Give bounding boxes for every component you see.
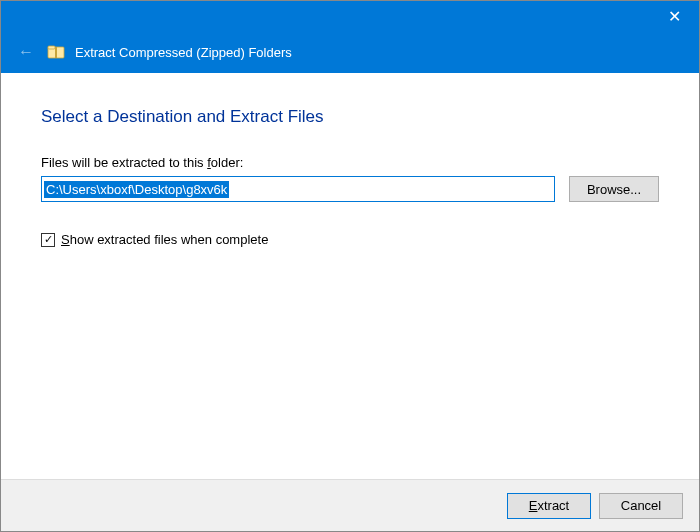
check-icon: ✓ <box>44 234 53 245</box>
cancel-button[interactable]: Cancel <box>599 493 683 519</box>
destination-path-input[interactable]: C:\Users\xboxf\Desktop\g8xv6k <box>41 176 555 202</box>
navbar: ← Extract Compressed (Zipped) Folders <box>1 31 699 73</box>
svg-rect-2 <box>55 47 57 58</box>
extract-wizard-window: ✕ ← Extract Compressed (Zipped) Folders … <box>0 0 700 532</box>
extract-button[interactable]: Extract <box>507 493 591 519</box>
titlebar: ✕ <box>1 1 699 31</box>
browse-button[interactable]: Browse... <box>569 176 659 202</box>
page-heading: Select a Destination and Extract Files <box>41 107 659 127</box>
show-files-checkbox[interactable]: ✓ <box>41 233 55 247</box>
close-button[interactable]: ✕ <box>653 2 695 30</box>
path-selection: C:\Users\xboxf\Desktop\g8xv6k <box>44 181 229 198</box>
footer: Extract Cancel <box>1 479 699 531</box>
show-files-checkbox-row: ✓ Show extracted files when complete <box>41 232 659 247</box>
path-label: Files will be extracted to this folder: <box>41 155 659 170</box>
zip-folder-icon <box>47 43 65 61</box>
show-files-checkbox-label[interactable]: Show extracted files when complete <box>61 232 268 247</box>
navbar-title: Extract Compressed (Zipped) Folders <box>75 45 292 60</box>
back-arrow-icon: ← <box>18 43 34 61</box>
path-row: C:\Users\xboxf\Desktop\g8xv6k Browse... <box>41 176 659 202</box>
close-icon: ✕ <box>668 7 681 26</box>
content-area: Select a Destination and Extract Files F… <box>1 73 699 479</box>
back-button: ← <box>15 41 37 63</box>
svg-rect-1 <box>48 46 55 49</box>
